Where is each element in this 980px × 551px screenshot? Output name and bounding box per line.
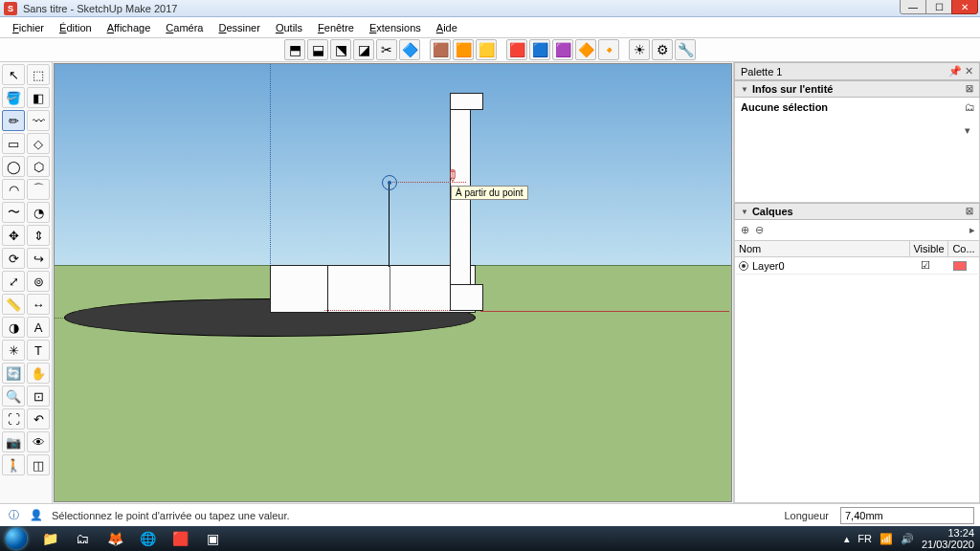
menu-aide[interactable]: Aide [430,20,464,35]
layers-header[interactable]: Calques ☒ [734,203,980,220]
tray-clock[interactable]: 13:24 21/03/2020 [922,527,974,550]
eraser-icon[interactable]: ◧ [27,87,50,108]
sandbox-contours-icon[interactable]: 🟫 [430,39,451,60]
menu-affichage[interactable]: Affichage [100,20,158,35]
axes-icon[interactable]: ✳ [2,340,25,361]
circle-icon[interactable]: ◯ [2,156,25,177]
paint-bucket-icon[interactable]: 🪣 [2,87,25,108]
previous-view-icon[interactable]: ↶ [27,408,50,430]
solid-split-icon[interactable]: 🔷 [399,39,420,60]
walk-icon[interactable]: 🚶 [2,454,25,475]
three-d-text-icon[interactable]: T [27,340,50,361]
geolocation-icon[interactable]: ⓘ [6,508,21,523]
zoom-extents-icon[interactable]: ⛶ [2,408,25,430]
styles-icon[interactable]: ⚙ [652,39,673,60]
offset-icon[interactable]: ⊚ [27,271,50,292]
arc-icon[interactable]: ◠ [2,179,25,200]
menu-édition[interactable]: Édition [53,20,99,35]
tray-show-hidden-icon[interactable]: ▴ [844,533,850,545]
sandbox-detail-icon[interactable]: 🟪 [552,39,573,60]
sandbox-drape-icon[interactable]: 🟦 [529,39,550,60]
entity-expand-icon[interactable]: ▾ [965,124,975,137]
sandbox-stamp-icon[interactable]: 🟥 [506,39,527,60]
layers-menu-icon[interactable]: ▸ [969,224,975,236]
orbit-icon[interactable]: 🔄 [2,363,25,384]
layers-rows: Layer0☑ [734,257,980,275]
menu-dessiner[interactable]: Dessiner [212,20,266,35]
sandbox-project-icon[interactable]: 🔸 [598,39,619,60]
menu-outils[interactable]: Outils [269,20,309,35]
layers-col-name[interactable]: Nom [735,241,910,256]
zoom-icon[interactable]: 🔍 [2,386,25,407]
tray-language[interactable]: FR [858,533,872,544]
extensions-icon[interactable]: 🔧 [675,39,696,60]
sandbox-flip-icon[interactable]: 🔶 [575,39,596,60]
layers-col-visible[interactable]: Visible [910,241,948,256]
freehand-icon[interactable]: 〰 [27,110,50,131]
add-layer-button[interactable]: ⊕ [741,224,749,236]
solid-trim-icon[interactable]: ✂ [376,39,397,60]
menu-fenêtre[interactable]: Fenêtre [311,20,361,35]
text-label-icon[interactable]: A [27,317,50,338]
menu-caméra[interactable]: Caméra [159,20,210,35]
solid-outer-shell-icon[interactable]: ◪ [353,39,374,60]
remove-layer-button[interactable]: ⊖ [755,224,764,236]
firefox-icon[interactable]: 🦊 [100,528,130,549]
follow-me-icon[interactable]: ↪ [27,248,50,269]
menu-extensions[interactable]: Extensions [363,20,428,35]
pan-icon[interactable]: ✋ [27,363,50,384]
measurement-input[interactable]: 7,40mm [840,507,974,524]
select-icon[interactable]: ↖ [2,64,25,85]
entity-info-header[interactable]: Infos sur l'entité ☒ [734,80,980,98]
app-icon[interactable]: ▣ [197,528,228,549]
rotated-rect-icon[interactable]: ◇ [27,133,50,154]
solid-subtract-icon[interactable]: ⬔ [330,39,351,60]
rotate-icon[interactable]: ⟳ [2,248,25,269]
protractor-icon[interactable]: ◑ [2,317,25,338]
layers-col-color[interactable]: Co... [948,241,979,256]
palette-header[interactable]: Palette 1 📌 ✕ [734,62,980,80]
layer-active-radio[interactable] [739,261,748,271]
zoom-window-icon[interactable]: ⊡ [27,386,50,407]
tray-network-icon[interactable]: 📶 [880,533,893,545]
line-icon[interactable]: ✏ [2,110,25,131]
make-component-icon[interactable]: ⬚ [27,64,50,85]
maximize-button[interactable]: ☐ [925,0,952,14]
close-button[interactable]: ✕ [951,0,978,14]
app-icon: S [4,2,17,15]
solid-intersect-icon[interactable]: ⬓ [307,39,328,60]
tray-volume-icon[interactable]: 🔊 [901,533,914,545]
credits-icon[interactable]: 👤 [29,508,44,523]
two-point-arc-icon[interactable]: ⌒ [27,179,50,200]
sandbox-scratch-icon[interactable]: 🟧 [453,39,474,60]
minimize-button[interactable]: — [900,0,926,14]
explorer-folder-icon[interactable]: 🗂 [67,528,98,549]
always-face-camera-icon[interactable]: ☀ [629,39,650,60]
push-pull-icon[interactable]: ⇕ [27,225,50,246]
position-camera-icon[interactable]: 📷 [2,431,25,452]
move-icon[interactable]: ✥ [2,225,25,246]
sketchup-icon[interactable]: 🟥 [165,528,195,549]
start-button[interactable] [6,528,27,549]
layer-visible-checkbox[interactable]: ☑ [906,259,945,272]
viewport[interactable]: ✎ À partir du point [54,63,732,502]
tape-measure-icon[interactable]: 📏 [2,294,25,315]
scale-icon[interactable]: ⤢ [2,271,25,292]
explorer-icon[interactable]: 📁 [34,528,65,549]
layer-row[interactable]: Layer0☑ [734,257,980,275]
dimension-icon[interactable]: ↔ [27,294,50,315]
close-panel-icon[interactable]: ✕ [965,65,973,77]
look-around-icon[interactable]: 👁 [27,431,50,452]
three-point-arc-icon[interactable]: 〜 [2,202,25,223]
pie-icon[interactable]: ◔ [27,202,50,223]
entity-detail-icon[interactable]: 🗂 [965,101,975,113]
sandbox-smoove-icon[interactable]: 🟨 [476,39,497,60]
firefox2-icon[interactable]: 🌐 [132,528,163,549]
solid-union-icon[interactable]: ⬒ [284,39,305,60]
layer-color-swatch[interactable] [945,261,975,271]
polygon-icon[interactable]: ⬡ [27,156,50,177]
menu-fichier[interactable]: Fichier [6,20,51,35]
section-plane-icon[interactable]: ◫ [27,454,50,475]
rectangle-icon[interactable]: ▭ [2,133,25,154]
pin-icon[interactable]: 📌 [948,65,962,77]
